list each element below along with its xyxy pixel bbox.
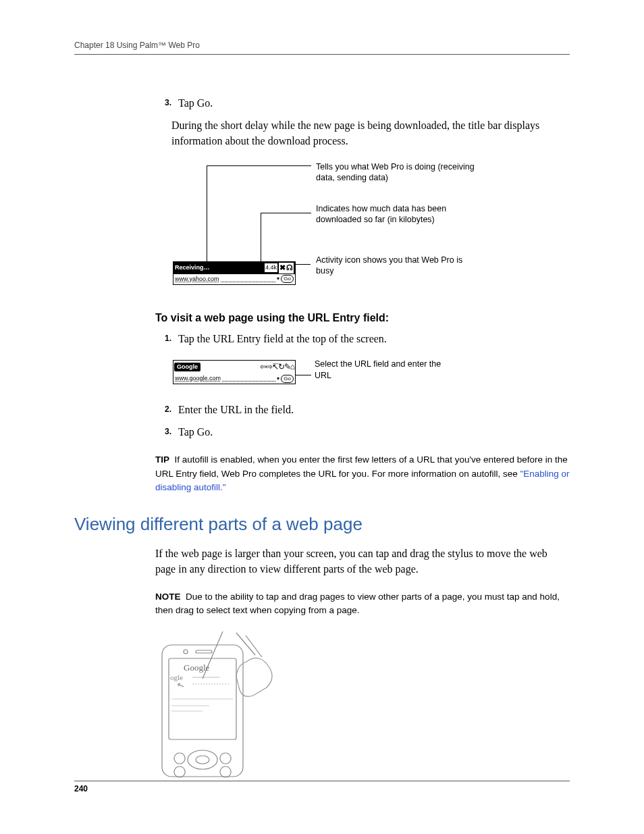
callout-text: Indicates how much data has been downloa… (316, 203, 478, 226)
body-paragraph: During the short delay while the new pag… (171, 118, 570, 149)
step-text: Tap Go. (178, 95, 570, 111)
url-entry-figure: Google ⇦⇨↸↻✎⌂ www.google.com ▾ Go Select… (173, 355, 570, 388)
stop-icon: ✖ (279, 263, 286, 273)
tip-label: TIP (155, 454, 169, 465)
dropdown-icon: ▾ (277, 275, 279, 283)
callout-text: Select the URL field and enter the URL (315, 359, 450, 382)
status-text: Receiving… (175, 263, 210, 272)
dropdown-icon: ▾ (277, 375, 279, 383)
page-title-chip: Google (174, 363, 200, 371)
procedure-heading: To visit a web page using the URL Entry … (155, 310, 570, 325)
ordered-step: 3. Tap Go. (155, 424, 570, 440)
go-button: Go (281, 275, 294, 283)
step-number: 3. (155, 95, 178, 111)
note-label: NOTE (155, 592, 181, 602)
step-text: Tap Go. (178, 424, 570, 440)
callout-text: Tells you what Web Pro is doing (receivi… (316, 161, 478, 184)
device-illustration: Google ogle (155, 631, 570, 791)
nav-icon-row: ⇦⇨↸↻✎⌂ (260, 361, 294, 373)
go-button: Go (281, 375, 294, 383)
ordered-step: 2. Enter the URL in the field. (155, 402, 570, 417)
note-body: Due to the ability to tap and drag pages… (155, 592, 560, 615)
page-number: 240 (74, 784, 88, 793)
tip-paragraph: TIP If autofill is enabled, when you ent… (155, 453, 570, 494)
step-text: Enter the URL in the field. (178, 402, 570, 417)
tip-body: If autofill is enabled, when you enter t… (155, 454, 568, 478)
download-status-figure: Receiving… 4.4k ✖ ☊ www.yahoo.com ▾ Go T… (173, 161, 570, 290)
step-number: 3. (155, 424, 178, 440)
url-text: www.google.com (175, 374, 221, 383)
palm-url-bar: Google ⇦⇨↸↻✎⌂ www.google.com ▾ Go (173, 360, 296, 384)
step-text: Tap the URL Entry field at the top of th… (178, 331, 570, 346)
palm-title-bar: Receiving… 4.4k ✖ ☊ www.yahoo.com ▾ Go (173, 261, 296, 285)
body-paragraph: If the web page is larger than your scre… (155, 546, 570, 577)
step-number: 2. (155, 402, 178, 417)
svg-text:ogle: ogle (170, 673, 183, 681)
callout-text: Activity icon shows you that Web Pro is … (316, 255, 478, 278)
footer-rule (74, 781, 570, 781)
ordered-step: 3. Tap Go. (155, 95, 570, 111)
running-header: Chapter 18 Using Palm™ Web Pro (74, 41, 570, 55)
step-number: 1. (155, 331, 178, 346)
note-paragraph: NOTE Due to the ability to tap and drag … (155, 590, 570, 618)
url-text: www.yahoo.com (175, 275, 219, 284)
section-heading: Viewing different parts of a web page (74, 512, 570, 538)
activity-icon: ☊ (286, 263, 293, 273)
ordered-step: 1. Tap the URL Entry field at the top of… (155, 331, 570, 346)
kb-counter: 4.4k (265, 263, 277, 272)
